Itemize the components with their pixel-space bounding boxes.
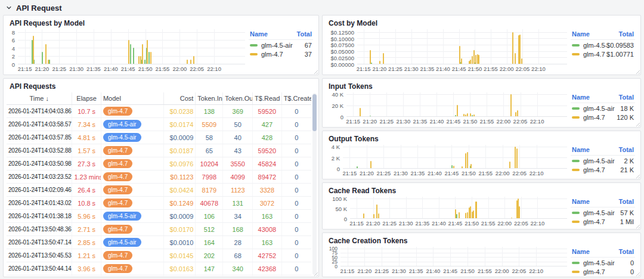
x-axis: 21:1521:2021:2521:3021:3521:4021:4521:50…	[350, 219, 567, 227]
column-header-token-out[interactable]: Token.Out	[223, 92, 253, 105]
legend-item-glm-4.7[interactable]: glm-4.70	[571, 266, 635, 275]
legend-item-glm-4.5-air[interactable]: glm-4.5-air67	[249, 40, 313, 49]
legend-series-swatch	[572, 116, 580, 119]
legend-header-total[interactable]: Total	[619, 146, 634, 153]
cell-time: 2026-01-24T14:03:57.853Z	[7, 131, 72, 144]
model-badge: glm-4.7	[103, 251, 132, 260]
bar-glm-4.7	[465, 153, 466, 168]
panel-title[interactable]: Cache Creation Tokens	[323, 233, 640, 245]
bar-glm-4.5-air	[130, 44, 131, 64]
cell-model: glm-4.7	[101, 157, 163, 170]
panel-output-tokens: Output Tokens 4 K2 K021:1521:2021:2521:3…	[322, 131, 641, 179]
cell-model: glm-4.7	[101, 184, 163, 197]
y-tick-label: 4	[12, 45, 15, 52]
column-header-cost[interactable]: Cost	[163, 92, 196, 105]
column-header-token-in[interactable]: Token.In	[196, 92, 223, 105]
legend-header-total[interactable]: Total	[297, 30, 312, 38]
column-header-time[interactable]: Time↓	[7, 92, 72, 105]
legend-header-name[interactable]: Name	[572, 94, 590, 101]
chevron-down-icon[interactable]	[6, 5, 12, 11]
legend-header-name[interactable]: Name	[572, 248, 590, 255]
bar-glm-4.7	[467, 152, 468, 168]
legend-header-total[interactable]: Total	[619, 94, 634, 101]
bar-glm-4.7	[470, 113, 471, 116]
legend-series-name: glm-4.5-air	[583, 42, 606, 49]
y-tick-label: 100 K	[332, 196, 347, 202]
legend-header-name[interactable]: Name	[572, 30, 590, 38]
legend-item-glm-4.7[interactable]: glm-4.7$1.00771	[571, 49, 635, 58]
x-tick-label: 21:50	[465, 220, 479, 227]
column-header-t-read[interactable]: T$.Read	[253, 92, 282, 105]
x-tick-label: 22:05	[512, 268, 527, 274]
panel-title[interactable]: Cost by Model	[323, 16, 640, 27]
y-tick-label: 6	[12, 37, 15, 44]
bar-glm-4.7	[453, 166, 454, 168]
section-header-api-request[interactable]: API Request	[0, 0, 644, 13]
legend-item-glm-4.5-air[interactable]: glm-4.5-air18 K	[571, 103, 635, 112]
legend-item-glm-4.7[interactable]: glm-4.721 K	[571, 165, 635, 173]
model-badge: glm-4.5-air	[103, 238, 141, 247]
bar-glm-4.7	[478, 55, 479, 64]
legend-item-glm-4.5-air[interactable]: glm-4.5-air2 K	[571, 156, 635, 165]
y-tick-label: 50 K	[335, 206, 347, 212]
cell-model: glm-4.5-air	[101, 210, 163, 223]
column-header-model[interactable]: Model	[101, 92, 163, 105]
panel-title[interactable]: Cache Read Tokens	[323, 183, 640, 195]
column-header-elapse[interactable]: Elapse	[72, 92, 101, 105]
bar-glm-4.7	[511, 218, 512, 218]
cell-tread: 427	[253, 118, 282, 131]
cell-tcreate: 0	[281, 210, 311, 223]
panel-title[interactable]: API Requests	[4, 79, 318, 91]
cell-tin: 164	[196, 236, 223, 249]
panel-title[interactable]: Output Tokens	[323, 131, 640, 143]
legend-item-glm-4.7[interactable]: glm-4.737	[249, 49, 313, 58]
cell-tcreate: 0	[281, 170, 311, 184]
cell-tcreate: 0	[281, 236, 311, 249]
cell-tread: 3072	[253, 197, 282, 210]
bar-glm-4.5-air	[370, 116, 371, 116]
legend-header-name[interactable]: Name	[572, 198, 590, 205]
x-tick-label: 21:45	[444, 170, 459, 176]
cell-tread: 3328	[253, 184, 282, 197]
sort-desc-icon[interactable]: ↓	[45, 95, 49, 102]
legend-header-name[interactable]: Name	[572, 146, 590, 153]
legend-item-glm-4.7[interactable]: glm-4.71 Mil	[571, 216, 635, 225]
cell-model: glm-4.7	[101, 197, 163, 210]
panel-title[interactable]: API Request by Model	[4, 16, 318, 27]
bar-glm-4.5-air	[357, 166, 358, 168]
legend-series-name: glm-4.7	[583, 166, 620, 173]
cell-tcreate: 0	[281, 157, 311, 170]
legend-item-glm-4.5-air[interactable]: glm-4.5-air$0.09583	[571, 40, 635, 49]
x-tick-label: 22:10	[530, 118, 544, 125]
cell-tout: 1123	[223, 184, 253, 197]
legend-header-total[interactable]: Total	[619, 248, 634, 255]
y-tick-label: 0	[344, 216, 347, 222]
panel-title[interactable]: Input Tokens	[323, 79, 640, 91]
bar-glm-4.7	[467, 113, 468, 116]
y-tick-label: 0	[337, 166, 340, 172]
table-scrollbar-thumb[interactable]	[312, 94, 317, 131]
legend-header-total[interactable]: Total	[619, 198, 634, 205]
column-header-t-create[interactable]: T$.Create	[281, 92, 311, 105]
legend-header-name[interactable]: Name	[250, 30, 268, 38]
bar-glm-4.7	[128, 40, 129, 64]
table-row: 2026-01-24T14:03:58.577Z7.34 sglm-4.5-ai…	[7, 118, 311, 131]
legend-series-total: 0	[630, 268, 634, 275]
y-axis: 1007550250	[326, 247, 340, 266]
bar-glm-4.7	[465, 213, 466, 218]
cell-cost: $0.0010	[163, 275, 196, 277]
cell-cost: $0.0238	[163, 105, 196, 118]
cell-cost: $0.0163	[163, 262, 196, 275]
cell-tout: 340	[223, 262, 253, 275]
legend-item-glm-4.5-air[interactable]: glm-4.5-air0	[571, 258, 635, 266]
cell-elapse: 4.81 s	[72, 131, 101, 144]
bar-glm-4.7	[370, 161, 371, 168]
legend-item-glm-4.5-air[interactable]: glm-4.5-air57 K	[571, 207, 635, 216]
table-scrollbar[interactable]	[312, 93, 317, 275]
cell-tin: 73	[196, 275, 223, 277]
legend-header-total[interactable]: Total	[619, 30, 634, 38]
bar-glm-4.7	[147, 40, 148, 64]
cell-tcreate: 0	[281, 262, 311, 275]
bar-glm-4.7	[519, 206, 520, 218]
legend-item-glm-4.7[interactable]: glm-4.7120 K	[571, 112, 635, 121]
